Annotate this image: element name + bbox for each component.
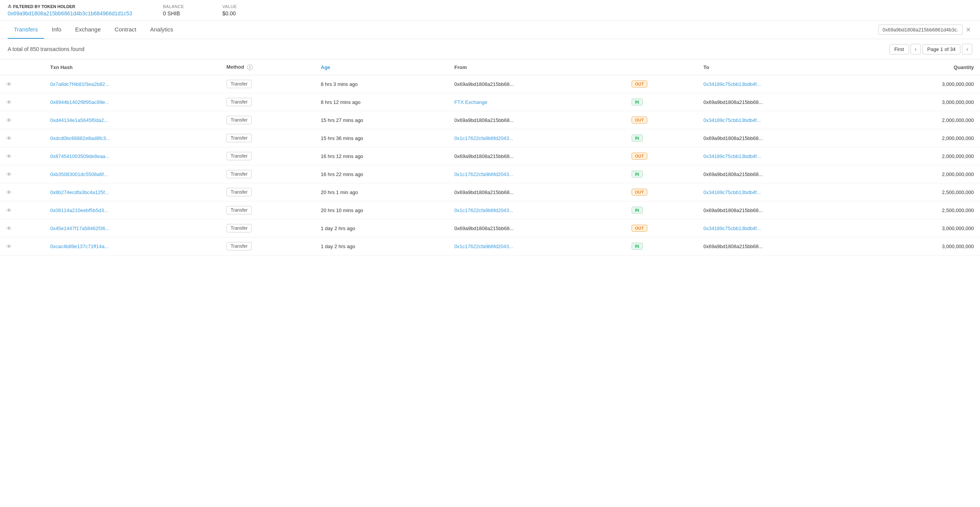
tab-contract[interactable]: Contract [109, 21, 143, 39]
eye-cell: 👁 [0, 237, 44, 255]
col-age[interactable]: Age [315, 59, 448, 75]
from-cell: 0x1c17622cfa9b6fd2043... [448, 165, 623, 183]
direction-cell: OUT [623, 183, 697, 201]
txn-hash-link[interactable]: 0x8944b1402f8f95ac99e... [50, 99, 109, 105]
quantity-cell: 2,500,000,000 [872, 183, 980, 201]
from-cell: 0x69a9bd1808a215bb68... [448, 219, 623, 237]
table-row: 👁0x874541003509de8eaa...Transfer16 hrs 1… [0, 147, 980, 165]
txn-hash-cell: 0xcac4b89e137c71ff14a... [44, 237, 220, 255]
to-link[interactable]: 0x34189c75cbb13bdb4f... [703, 153, 761, 159]
eye-icon[interactable]: 👁 [6, 153, 12, 160]
to-link[interactable]: 0x34189c75cbb13bdb4f... [703, 189, 761, 195]
txn-hash-link[interactable]: 0xd44134e1a5645f0da2... [50, 117, 108, 123]
quantity-cell: 3,000,000,000 [872, 93, 980, 111]
summary-text: A total of 850 transactions found [8, 46, 84, 52]
table-row: 👁0x45e1447f17a58462f36...Transfer1 day 2… [0, 219, 980, 237]
tab-info[interactable]: Info [46, 21, 68, 39]
table-row: 👁0xcac4b89e137c71ff14a...Transfer1 day 2… [0, 237, 980, 255]
tab-transfers[interactable]: Transfers [8, 21, 44, 39]
value-label: VALUE [223, 4, 237, 9]
col-to: To [697, 59, 872, 75]
quantity-cell: 2,000,000,000 [872, 111, 980, 129]
txn-hash-link[interactable]: 0x7a8dc7f4b81f3ea2b82... [50, 81, 109, 87]
eye-icon[interactable]: 👁 [6, 81, 12, 87]
txn-hash-link[interactable]: 0x08114a210eebf5b5d3... [50, 207, 108, 213]
to-cell: 0x34189c75cbb13bdb4f... [697, 147, 872, 165]
col-txn-hash: Txn Hash [44, 59, 220, 75]
method-cell: Transfer [220, 219, 315, 237]
txn-hash-link[interactable]: 0xb35083001dc5508a6f... [50, 171, 108, 177]
to-link[interactable]: 0x34189c75cbb13bdb4f... [703, 81, 761, 87]
eye-cell: 👁 [0, 111, 44, 129]
txn-hash-link[interactable]: 0xcac4b89e137c71ff14a... [50, 244, 109, 249]
direction-cell: IN [623, 93, 697, 111]
method-cell: Transfer [220, 201, 315, 219]
summary-bar: A total of 850 transactions found First … [0, 39, 980, 59]
direction-cell: OUT [623, 147, 697, 165]
direction-badge: IN [632, 99, 643, 105]
eye-icon[interactable]: 👁 [6, 135, 12, 142]
close-icon[interactable]: ✕ [964, 26, 972, 33]
tab-analytics[interactable]: Analytics [144, 21, 179, 39]
to-cell: 0x34189c75cbb13bdb4f... [697, 111, 872, 129]
quantity-cell: 3,000,000,000 [872, 75, 980, 93]
age-cell: 1 day 2 hrs ago [315, 219, 448, 237]
age-cell: 8 hrs 3 mins ago [315, 75, 448, 93]
to-link[interactable]: 0x34189c75cbb13bdb4f... [703, 117, 761, 123]
direction-cell: IN [623, 165, 697, 183]
eye-icon[interactable]: 👁 [6, 225, 12, 232]
eye-cell: 👁 [0, 93, 44, 111]
prev-page-button[interactable]: ‹ [911, 44, 921, 54]
txn-hash-link[interactable]: 0x874541003509de8eaa... [50, 153, 110, 159]
quantity-cell: 3,000,000,000 [872, 219, 980, 237]
from-cell: 0x69a9bd1808a215bb68... [448, 111, 623, 129]
quantity-cell: 2,000,000,000 [872, 165, 980, 183]
from-cell: 0x69a9bd1808a215bb68... [448, 75, 623, 93]
from-link[interactable]: 0x1c17622cfa9b6fd2043... [454, 135, 513, 141]
value-value: $0.00 [223, 10, 237, 16]
eye-icon[interactable]: 👁 [6, 207, 12, 214]
table-row: 👁0xd44134e1a5645f0da2...Transfer15 hrs 2… [0, 111, 980, 129]
col-method: Method i [220, 59, 315, 75]
to-link[interactable]: 0x34189c75cbb13bdb4f... [703, 226, 761, 231]
pagination: First ‹ Page 1 of 34 › [889, 44, 972, 54]
from-cell: 0x1c17622cfa9b6fd2043... [448, 129, 623, 147]
transactions-table: Txn Hash Method i Age From To Quantity 👁… [0, 59, 980, 255]
from-link[interactable]: 0x1c17622cfa9b6fd2043... [454, 207, 513, 213]
from-cell: 0x69a9bd1808a215bb68... [448, 147, 623, 165]
eye-icon[interactable]: 👁 [6, 189, 12, 196]
from-link[interactable]: 0x1c17622cfa9b6fd2043... [454, 171, 513, 177]
table-row: 👁0x7a8dc7f4b81f3ea2b82...Transfer8 hrs 3… [0, 75, 980, 93]
token-address-link[interactable]: 0x69a9bd1808a215bb6861d4b3c1b684966d1d1c… [8, 10, 132, 16]
eye-icon[interactable]: 👁 [6, 171, 12, 178]
eye-icon[interactable]: 👁 [6, 243, 12, 250]
direction-badge: OUT [632, 81, 647, 87]
first-page-button[interactable]: First [889, 44, 909, 54]
to-cell: 0x69a9bd1808a215bb68... [697, 129, 872, 147]
from-link[interactable]: 0x1c17622cfa9b6fd2043... [454, 244, 513, 249]
tab-exchange[interactable]: Exchange [69, 21, 107, 39]
balance-section: BALANCE 0 SHIB [163, 4, 184, 16]
eye-icon[interactable]: 👁 [6, 99, 12, 105]
eye-icon[interactable]: 👁 [6, 117, 12, 123]
txn-hash-link[interactable]: 0xdcd0bc66882e8ad8fc3... [50, 135, 110, 141]
age-cell: 16 hrs 12 mins ago [315, 147, 448, 165]
warning-icon: ⚠ [8, 4, 12, 9]
txn-hash-link[interactable]: 0x8b274ecdfa3bc4a125f... [50, 189, 109, 195]
method-info-icon[interactable]: i [247, 64, 253, 70]
token-filter-input[interactable] [878, 25, 963, 35]
col-direction [623, 59, 697, 75]
direction-badge: OUT [632, 225, 647, 232]
to-cell: 0x34189c75cbb13bdb4f... [697, 75, 872, 93]
txn-hash-link[interactable]: 0x45e1447f17a58462f36... [50, 226, 110, 231]
method-cell: Transfer [220, 111, 315, 129]
from-link[interactable]: FTX Exchange [454, 99, 487, 105]
from-cell: 0x69a9bd1808a215bb68... [448, 183, 623, 201]
next-page-button[interactable]: › [962, 44, 972, 54]
direction-badge: IN [632, 171, 643, 178]
col-eye [0, 59, 44, 75]
quantity-cell: 3,000,000,000 [872, 237, 980, 255]
to-cell: 0x69a9bd1808a215bb68... [697, 237, 872, 255]
direction-badge: OUT [632, 153, 647, 160]
method-cell: Transfer [220, 165, 315, 183]
